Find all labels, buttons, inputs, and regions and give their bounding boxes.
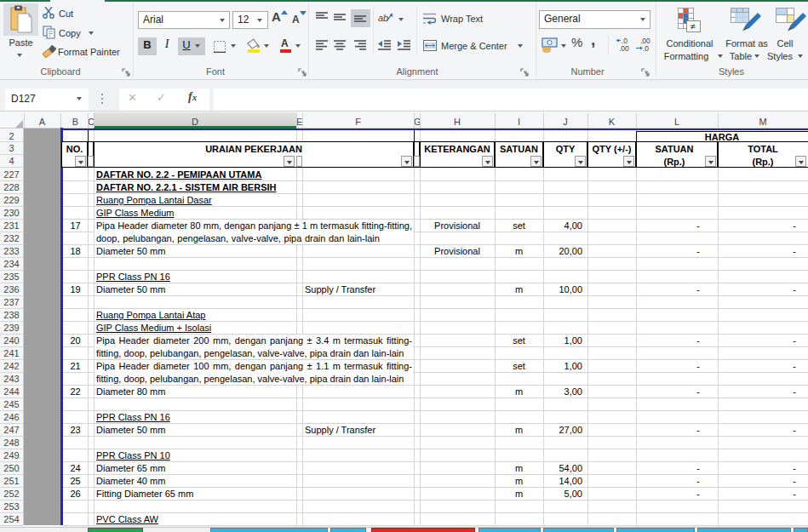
svg-text:.0: .0: [643, 44, 649, 53]
svg-text:.00: .00: [619, 44, 629, 53]
svg-text:≠: ≠: [691, 21, 696, 31]
